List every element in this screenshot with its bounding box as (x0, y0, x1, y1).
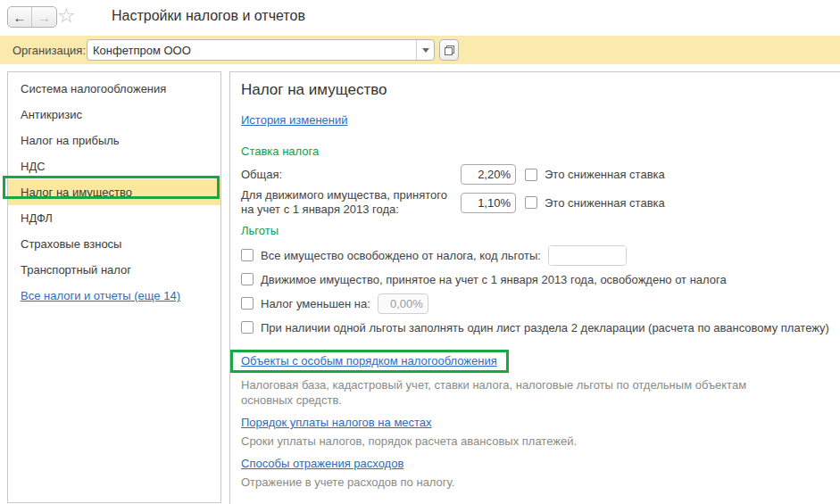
special-objects-desc: Налоговая база, кадастровый учет, ставки… (241, 377, 768, 408)
sidebar-item-property-tax[interactable]: Налог на имущество (8, 179, 220, 205)
organization-combobox[interactable] (87, 39, 435, 61)
nav-buttons: ← → (7, 6, 57, 28)
single-sheet-label: При наличии одной льготы заполнять один … (261, 321, 829, 335)
tax-reduced-label: Налог уменьшен на: (261, 297, 370, 310)
benefits-section-header: Льготы (241, 224, 829, 238)
single-sheet-row: При наличии одной льготы заполнять один … (241, 316, 829, 339)
expense-reflection-link[interactable]: Способы отражения расходов (241, 457, 403, 470)
history-link[interactable]: История изменений (241, 113, 348, 127)
movable-exempt-row: Движимое имущество, принятое на учет с 1… (241, 268, 829, 291)
movable-exempt-label: Движимое имущество, принятое на учет с 1… (261, 273, 727, 286)
all-property-exempt-checkbox[interactable] (241, 249, 254, 261)
special-objects-link[interactable]: Объекты с особым порядком налогообложени… (241, 354, 497, 368)
movable-reduced-rate-checkbox[interactable] (525, 196, 537, 209)
sidebar-item-transport-tax[interactable]: Транспортный налог (8, 257, 220, 283)
general-rate-row: Общая: Это сниженная ставка (241, 164, 829, 185)
favorite-star-icon[interactable]: ☆ (57, 4, 76, 28)
tax-reduced-input[interactable] (378, 293, 428, 314)
rate-section-header: Ставка налога (241, 145, 829, 159)
open-organization-button[interactable] (439, 39, 459, 61)
tax-reduced-checkbox[interactable] (241, 297, 254, 310)
sidebar-item-anticrisis[interactable]: Антикризис (8, 102, 220, 128)
general-rate-input[interactable] (461, 164, 516, 185)
movable-exempt-checkbox[interactable] (241, 273, 254, 285)
organization-label: Организация: (12, 44, 86, 57)
page-title: Настройки налогов и отчетов (112, 8, 305, 24)
general-reduced-rate-label: Это сниженная ставка (545, 168, 665, 181)
back-button[interactable]: ← (8, 7, 32, 27)
general-rate-label: Общая: (241, 168, 461, 182)
section-title: Налог на имущество (241, 81, 829, 99)
movable-rate-label: Для движимого имущества, принятого на уч… (241, 188, 461, 217)
sidebar: Система налогообложения Антикризис Налог… (7, 71, 221, 503)
payment-procedure-desc: Сроки уплаты налогов, порядок расчета ав… (241, 434, 768, 449)
payment-procedure-link[interactable]: Порядок уплаты налогов на местах (241, 416, 432, 429)
links-section: Объекты с особым порядком налогообложени… (241, 350, 829, 490)
movable-rate-input[interactable] (461, 193, 516, 213)
main-panel: Налог на имущество История изменений Ста… (229, 71, 840, 504)
general-reduced-rate-checkbox[interactable] (525, 169, 537, 181)
sidebar-item-profit-tax[interactable]: Налог на прибыль (8, 128, 220, 153)
expense-reflection-desc: Отражение в учете расходов по налогу. (241, 475, 768, 490)
tax-reduced-row: Налог уменьшен на: (241, 292, 829, 315)
forward-button[interactable]: → (32, 7, 56, 27)
back-arrow-icon: ← (13, 11, 27, 24)
organization-input[interactable] (87, 40, 416, 60)
single-sheet-checkbox[interactable] (241, 321, 254, 334)
forward-arrow-icon: → (37, 11, 51, 24)
link-highlight-box: Объекты с особым порядком налогообложени… (230, 350, 509, 373)
movable-rate-row: Для движимого имущества, принятого на уч… (241, 188, 829, 217)
top-bar: ← → ☆ Настройки налогов и отчетов (0, 0, 840, 36)
dropdown-arrow-icon[interactable] (416, 40, 434, 60)
benefit-code-field[interactable]: ... (548, 245, 627, 266)
sidebar-item-ndfl[interactable]: НДФЛ (8, 205, 220, 231)
sidebar-item-vat[interactable]: НДС (8, 153, 220, 179)
all-property-exempt-label: Все имущество освобождено от налога, код… (261, 249, 541, 262)
all-property-exempt-row: Все имущество освобождено от налога, код… (241, 244, 829, 267)
sidebar-item-taxation-system[interactable]: Система налогообложения (8, 76, 220, 102)
sidebar-item-insurance[interactable]: Страховые взносы (8, 231, 220, 257)
benefit-code-input[interactable] (549, 246, 627, 265)
movable-reduced-rate-label: Это сниженная ставка (545, 196, 665, 210)
open-form-icon (445, 45, 454, 55)
sidebar-all-taxes-link[interactable]: Все налоги и отчеты (еще 14) (21, 289, 180, 302)
organization-bar: Организация: (0, 36, 840, 64)
